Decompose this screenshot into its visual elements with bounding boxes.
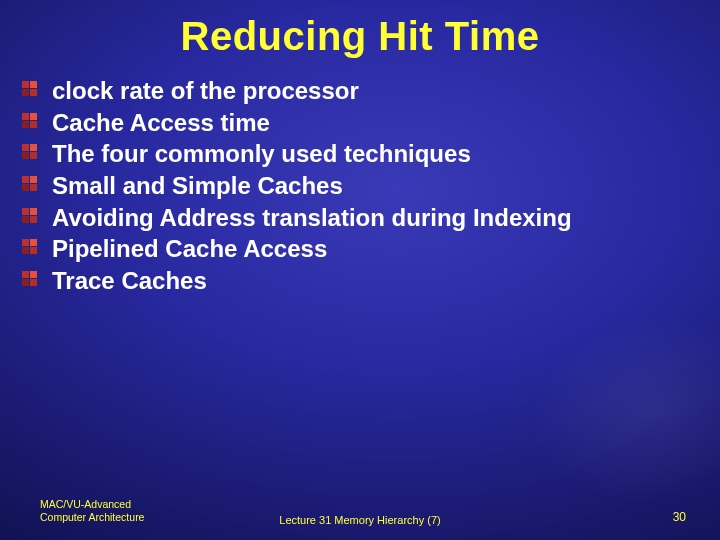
list-item-text: Cache Access time — [52, 107, 270, 139]
footer-center: Lecture 31 Memory Hierarchy (7) — [0, 514, 720, 526]
slide-footer: MAC/VU-Advanced Computer Architecture Le… — [0, 496, 720, 528]
list-item: Small and Simple Caches — [22, 170, 690, 202]
list-item-text: clock rate of the processor — [52, 75, 359, 107]
list-item: Cache Access time — [22, 107, 690, 139]
bullet-square-icon — [22, 113, 38, 129]
slide: Reducing Hit Time clock rate of the proc… — [0, 0, 720, 540]
slide-title: Reducing Hit Time — [0, 14, 720, 59]
bullet-square-icon — [22, 176, 38, 192]
page-number: 30 — [673, 510, 686, 524]
list-item: Avoiding Address translation during Inde… — [22, 202, 690, 234]
list-item-text: Pipelined Cache Access — [52, 233, 327, 265]
list-item: Trace Caches — [22, 265, 690, 297]
bullet-square-icon — [22, 239, 38, 255]
bullet-square-icon — [22, 271, 38, 287]
list-item-text: Trace Caches — [52, 265, 207, 297]
bullet-square-icon — [22, 144, 38, 160]
list-item: Pipelined Cache Access — [22, 233, 690, 265]
list-item-text: Avoiding Address translation during Inde… — [52, 202, 572, 234]
list-item: The four commonly used techniques — [22, 138, 690, 170]
list-item: clock rate of the processor — [22, 75, 690, 107]
bullet-square-icon — [22, 208, 38, 224]
footer-left-line1: MAC/VU-Advanced — [40, 498, 131, 510]
bullet-square-icon — [22, 81, 38, 97]
list-item-text: The four commonly used techniques — [52, 138, 471, 170]
list-item-text: Small and Simple Caches — [52, 170, 343, 202]
slide-body: clock rate of the processor Cache Access… — [22, 75, 690, 297]
